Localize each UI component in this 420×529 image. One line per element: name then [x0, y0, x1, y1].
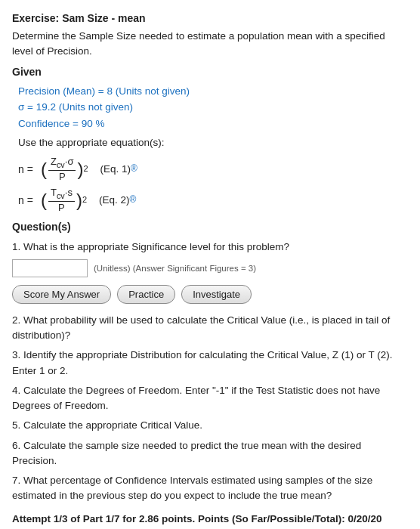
eq2-close-paren: )	[76, 191, 82, 209]
eq2-denominator: P	[56, 202, 67, 214]
equations-block: n = ( Zcv·σ P ) 2 (Eq. 1) ® n = ( Tcv·s …	[18, 156, 408, 213]
q4-number: 4.	[12, 385, 20, 396]
q3-number: 3.	[12, 349, 20, 360]
equation-intro: Use the appropriate equation(s):	[18, 135, 408, 150]
equation-2: n = ( Tcv·s P ) 2 (Eq. 2) ®	[18, 187, 408, 213]
attempt-line: Attempt 1/3 of Part 1/7 for 2.86 points.…	[12, 512, 408, 529]
eq2-open-paren: (	[41, 191, 47, 209]
eq2-label: (Eq. 2)	[99, 193, 130, 208]
buttons-row: Score My Answer Practice Investigate	[12, 285, 408, 304]
eq1-fraction: Zcv·σ P	[48, 156, 76, 182]
score-my-answer-button[interactable]: Score My Answer	[12, 285, 111, 304]
q2-body: What probability will be used to calcula…	[12, 314, 390, 341]
eq1-open-paren: (	[41, 160, 47, 178]
q6-number: 6.	[12, 440, 20, 451]
q7-number: 7.	[12, 475, 20, 486]
exercise-description: Determine the Sample Size needed to esti…	[12, 29, 408, 58]
given-block: Precision (Mean) = 8 (Units not given) σ…	[12, 83, 408, 150]
eq1-lhs: n =	[18, 162, 41, 177]
eq1-exponent: 2	[83, 163, 88, 175]
exercise-title: Exercise: Sam Size - mean	[12, 11, 408, 26]
given-item-confidence: Confidence = 90 %	[18, 116, 408, 132]
q7-body: What percentage of Confidence Intervals …	[12, 475, 372, 501]
q6-body: Calculate the sample size needed to pred…	[12, 440, 361, 466]
q1-number: 1.	[12, 241, 20, 252]
given-item-precision: Precision (Mean) = 8 (Units not given)	[18, 83, 408, 100]
eq1-denominator: P	[57, 171, 68, 183]
equation-1: n = ( Zcv·σ P ) 2 (Eq. 1) ®	[18, 156, 408, 182]
q5-body: Calculate the appropriate Critical Value…	[23, 419, 202, 431]
q2-number: 2.	[12, 314, 20, 326]
q3-body: Identify the appropriate Distribution fo…	[12, 349, 393, 376]
eq2-info-icon[interactable]: ®	[130, 193, 137, 206]
answer-input[interactable]	[12, 259, 88, 277]
eq1-label: (Eq. 1)	[100, 162, 131, 177]
eq1-close-paren: )	[77, 160, 83, 178]
eq2-exponent: 2	[82, 194, 87, 206]
practice-button[interactable]: Practice	[117, 285, 175, 304]
eq1-numerator: Zcv·σ	[48, 156, 76, 171]
given-item-sigma: σ = 19.2 (Units not given)	[18, 99, 408, 116]
eq2-numerator: Tcv·s	[48, 187, 75, 202]
question-5: 5. Calculate the appropriate Critical Va…	[12, 418, 408, 433]
question-7: 7. What percentage of Confidence Interva…	[12, 473, 408, 504]
eq2-fraction: Tcv·s P	[48, 187, 75, 213]
eq2-lhs: n =	[18, 193, 41, 208]
q4-body: Calculate the Degrees of Freedom. Enter …	[12, 385, 380, 411]
eq1-info-icon[interactable]: ®	[131, 162, 137, 175]
answer-row: (Unitless) (Answer Significant Figures =…	[12, 259, 408, 277]
question-3: 3. Identify the appropriate Distribution…	[12, 348, 408, 379]
question-1-text: 1. What is the appropriate Significance …	[12, 240, 408, 255]
q1-body: What is the appropriate Significance lev…	[23, 241, 289, 252]
given-label: Given	[12, 64, 408, 79]
question-2: 2. What probability will be used to calc…	[12, 313, 408, 344]
questions-label: Question(s)	[12, 219, 408, 234]
question-4: 4. Calculate the Degrees of Freedom. Ent…	[12, 383, 408, 414]
q5-number: 5.	[12, 419, 20, 431]
question-6: 6. Calculate the sample size needed to p…	[12, 438, 408, 469]
answer-hint: (Unitless) (Answer Significant Figures =…	[94, 262, 256, 275]
investigate-button[interactable]: Investigate	[181, 285, 252, 304]
